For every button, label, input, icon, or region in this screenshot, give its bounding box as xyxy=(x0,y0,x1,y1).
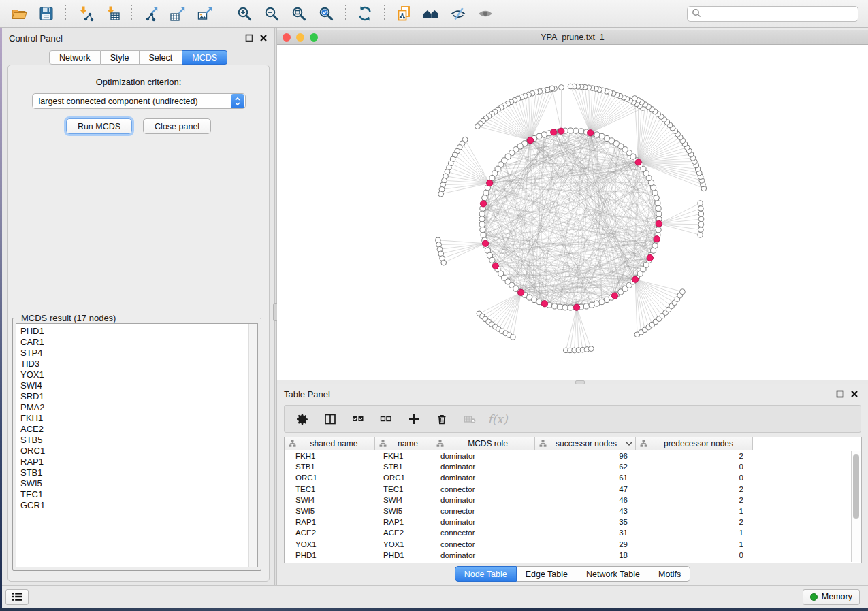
mcds-result-item[interactable]: YOX1 xyxy=(20,369,257,380)
memory-status-icon xyxy=(810,593,818,601)
run-mcds-button[interactable]: Run MCDS xyxy=(66,118,132,134)
gear-button[interactable] xyxy=(294,411,310,427)
network-view-canvas[interactable] xyxy=(277,45,868,380)
optimization-criterion-label: Optimization criterion: xyxy=(8,77,269,87)
mcds-result-item[interactable]: PMA2 xyxy=(20,402,257,413)
tab-style[interactable]: Style xyxy=(101,50,140,65)
cell: ORC1 xyxy=(285,474,375,482)
memory-button[interactable]: Memory xyxy=(803,589,860,605)
tab-motifs[interactable]: Motifs xyxy=(649,566,690,582)
column-type-icon xyxy=(379,440,387,448)
tab-network-table[interactable]: Network Table xyxy=(577,566,649,582)
table-row[interactable]: ORC1ORC1dominator610 xyxy=(285,472,861,483)
cell: dominator xyxy=(432,463,535,471)
mcds-result-item[interactable]: PHD1 xyxy=(20,326,257,337)
close-panel-button[interactable]: Close panel xyxy=(143,118,211,134)
tab-node-table[interactable]: Node Table xyxy=(455,566,517,582)
table-header-row: shared namenameMCDS rolesuccessor nodesp… xyxy=(285,437,861,450)
float-table-panel-icon[interactable] xyxy=(835,390,844,399)
search-input[interactable] xyxy=(704,9,854,18)
table-row[interactable]: SWI4SWI4dominator462 xyxy=(285,495,861,506)
delete-button[interactable] xyxy=(434,411,450,427)
show-all-button[interactable] xyxy=(474,3,497,24)
table-toolbar: f(x) xyxy=(284,405,861,433)
gear-icon xyxy=(296,413,308,425)
column-header-successor-nodes[interactable]: successor nodes xyxy=(535,437,636,450)
refresh-button[interactable] xyxy=(353,3,376,24)
columns-button[interactable] xyxy=(322,411,338,427)
mcds-result-item[interactable]: RAP1 xyxy=(20,457,257,467)
cell: PHD1 xyxy=(375,551,432,559)
mcds-result-item[interactable]: TID3 xyxy=(20,359,257,369)
select-all-button[interactable] xyxy=(350,411,366,427)
cell: YOX1 xyxy=(375,540,432,548)
table-row[interactable]: RAP1RAP1dominator352 xyxy=(285,516,861,527)
mcds-result-item[interactable]: STP4 xyxy=(20,348,257,359)
table-row[interactable]: TEC1TEC1connector472 xyxy=(285,484,861,495)
table-row[interactable]: YOX1YOX1connector291 xyxy=(285,539,861,550)
cell: ORC1 xyxy=(375,474,432,482)
table-row[interactable]: SWI5SWI5connector431 xyxy=(285,506,861,516)
deselect-all-button[interactable] xyxy=(378,411,394,427)
save-button[interactable] xyxy=(35,3,58,24)
hide-selected-button[interactable] xyxy=(447,3,470,24)
export-table-button[interactable] xyxy=(167,3,190,24)
export-network-button[interactable] xyxy=(140,3,163,24)
column-header-name[interactable]: name xyxy=(375,437,432,450)
cell: SWI4 xyxy=(285,496,375,504)
table-scrollbar-thumb[interactable] xyxy=(853,454,859,519)
column-header-MCDS-role[interactable]: MCDS role xyxy=(432,437,535,450)
close-table-panel-icon[interactable] xyxy=(850,390,858,399)
zoom-in-button[interactable] xyxy=(233,3,256,24)
cell: 31 xyxy=(535,529,636,537)
cell: connector xyxy=(432,540,535,548)
show-panels-button[interactable] xyxy=(5,589,29,605)
add-button[interactable] xyxy=(406,411,422,427)
open-button[interactable] xyxy=(7,3,31,24)
tab-edge-table[interactable]: Edge Table xyxy=(517,566,577,582)
import-table-button[interactable] xyxy=(101,3,124,24)
cell: 2 xyxy=(636,518,753,526)
float-panel-icon[interactable] xyxy=(244,34,253,43)
export-image-button[interactable] xyxy=(194,3,217,24)
zoom-selected-button[interactable] xyxy=(315,3,338,24)
close-panel-icon[interactable] xyxy=(259,34,268,43)
mcds-result-list: PHD1CAR1STP4TID3YOX1SWI4SRD1PMA2FKH1ACE2… xyxy=(16,323,258,567)
table-row[interactable]: ACE2ACE2connector311 xyxy=(285,527,861,538)
mcds-result-item[interactable]: ORC1 xyxy=(20,446,257,457)
status-bar: Memory xyxy=(0,585,868,608)
import-network-button[interactable] xyxy=(74,3,97,24)
table-scrollbar[interactable] xyxy=(851,451,861,562)
zoom-fit-button[interactable] xyxy=(287,3,310,24)
column-header-predecessor-nodes[interactable]: predecessor nodes xyxy=(636,437,753,450)
mcds-result-item[interactable]: STB5 xyxy=(20,435,257,446)
cell: 2 xyxy=(636,485,753,493)
table-row[interactable]: STB1STB1dominator620 xyxy=(285,461,861,472)
mcds-result-item[interactable]: GCR1 xyxy=(20,500,257,511)
tab-select[interactable]: Select xyxy=(140,50,183,65)
result-list-scrollbar[interactable] xyxy=(248,324,257,567)
column-header-shared-name[interactable]: shared name xyxy=(285,437,375,450)
deselect-all-icon xyxy=(380,413,392,425)
mcds-result-item[interactable]: STB1 xyxy=(20,467,257,478)
mcds-result-item[interactable]: CAR1 xyxy=(20,337,257,348)
cell: 61 xyxy=(535,474,636,482)
cell: ACE2 xyxy=(375,529,432,537)
tab-mcds[interactable]: MCDS xyxy=(182,50,227,65)
mcds-result-item[interactable]: TEC1 xyxy=(20,489,257,500)
optimization-criterion-select[interactable]: largest connected component (undirected) xyxy=(32,93,246,109)
zoom-out-button[interactable] xyxy=(260,3,283,24)
mcds-result-item[interactable]: ACE2 xyxy=(20,424,257,435)
table-row[interactable]: FKH1FKH1dominator962 xyxy=(285,450,861,461)
tab-network[interactable]: Network xyxy=(49,50,101,65)
mcds-result-item[interactable]: SWI5 xyxy=(20,478,257,489)
mcds-result-item[interactable]: SWI4 xyxy=(20,380,257,391)
column-type-icon xyxy=(289,440,296,448)
mcds-result-item[interactable]: SRD1 xyxy=(20,391,257,402)
table-row[interactable]: PHD1PHD1dominator180 xyxy=(285,550,861,561)
first-neighbors-button[interactable] xyxy=(419,3,443,24)
mcds-result-item[interactable]: FKH1 xyxy=(20,413,257,424)
duplicate-network-button[interactable] xyxy=(392,3,415,24)
horizontal-splitter-grip[interactable] xyxy=(575,380,585,384)
main-toolbar xyxy=(0,0,868,28)
